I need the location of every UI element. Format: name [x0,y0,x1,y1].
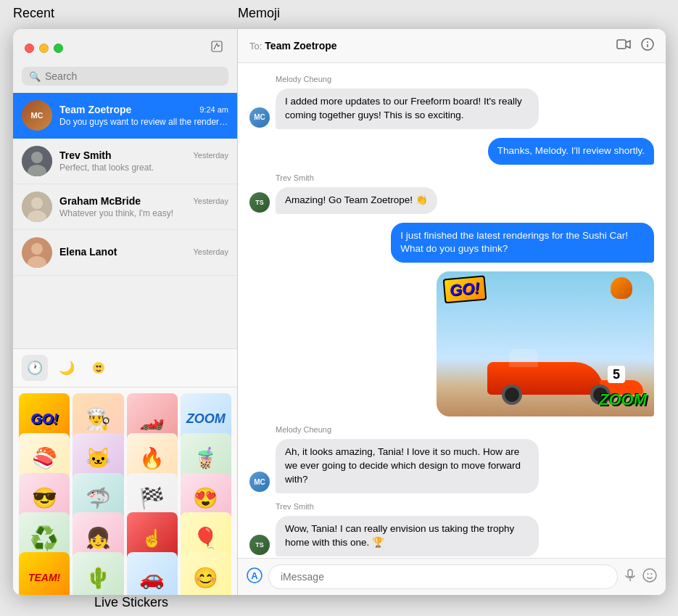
svg-point-13 [648,573,649,575]
conversation-item-elena[interactable]: Elena Lanot Yesterday [13,230,237,276]
avatar-trev-1: TS [249,192,270,213]
avatar-elena [22,237,52,268]
memoji-annotation: Memoji [238,6,280,21]
sticker-tab-moon[interactable]: 🌙 [54,355,80,381]
svg-point-2 [96,366,99,368]
conv-name-trev: Trev Smith [59,149,112,161]
sticker-tabs: 🕐 🌙 [13,349,237,387]
message-group-7: Trev Smith TS Wow, Tania! I can really e… [249,502,654,557]
recent-annotation: Recent [13,6,54,21]
svg-point-12 [643,569,656,582]
svg-rect-10 [628,570,632,577]
minimize-button[interactable] [39,44,49,53]
left-panel: 🔍 MC Team Zoetrope 9:24 am Do you guys w… [13,29,238,595]
message-row-2: Thanks, Melody. I'll review shortly. [249,138,654,165]
compose-button[interactable] [208,39,226,57]
message-row-6: MC Ah, it looks amazing, Tania! I love i… [249,439,654,493]
message-row-3: TS Amazing! Go Team Zoetrope! 👏 [249,187,654,214]
messages-area: Melody Cheung MC I added more updates to… [238,63,666,558]
sticker-tab-star[interactable] [86,355,112,381]
avatar-trev-2: TS [249,535,270,555]
avatar-team-zoetrope: MC [22,100,52,131]
chat-recipient-name: Team Zoetrope [265,40,336,52]
sticker-panel: 🕐 🌙 GO! 👨‍🍳 🏎️ ZOOM 🍣 🐱 [13,348,237,595]
message-row-1: MC I added more updates to our Freeform … [249,89,654,129]
message-row-image: GO! 5 [249,271,654,416]
svg-rect-4 [617,40,626,49]
sushi-car-image: GO! 5 [437,271,654,416]
sticker-cactus[interactable]: 🌵 [73,552,123,595]
zoom-sticker-overlay: ZOOM [599,390,647,409]
conversation-item-graham[interactable]: Graham McBride Yesterday Whatever you th… [13,184,237,230]
sender-name-trev-2: Trev Smith [276,502,654,511]
info-icon[interactable] [641,38,654,54]
conv-preview-team-zoetrope: Do you guys want to review all the rende… [59,117,228,127]
close-button[interactable] [25,44,34,53]
conv-time-trev: Yesterday [193,151,228,160]
driver-helmet [611,277,632,299]
avatar-melody-1: MC [249,107,270,128]
message-bubble-7: Wow, Tania! I can really envision us tak… [276,516,539,557]
conv-name-team-zoetrope: Team Zoetrope [59,104,131,115]
message-group-3: Trev Smith TS Amazing! Go Team Zoetrope!… [249,173,654,214]
sticker-bluecar[interactable]: 🚗 [127,552,178,595]
message-group-1: Melody Cheung MC I added more updates to… [249,75,654,129]
go-sticker-overlay: GO! [443,276,487,304]
sticker-grid: GO! 👨‍🍳 🏎️ ZOOM 🍣 🐱 🔥 🧋 😎 🦈 🏁 😍 ♻️ 👧 ☝️ … [13,387,237,595]
svg-point-1 [93,362,104,374]
conv-time-team-zoetrope: 9:24 am [199,105,228,114]
message-bubble-1: I added more updates to our Freeform boa… [276,89,539,129]
conv-preview-graham: Whatever you think, I'm easy! [59,208,228,218]
message-bubble-4: I just finished the latest renderings fo… [391,223,654,263]
sticker-face[interactable]: 😊 [181,552,231,595]
avatar-trev-smith [22,146,52,176]
live-stickers-annotation: Live Stickers [94,595,168,610]
sushi-car-image-bubble: GO! 5 [437,271,654,416]
search-bar: 🔍 [22,67,228,86]
conversation-item-team-zoetrope[interactable]: MC Team Zoetrope 9:24 am Do you guys wan… [13,93,237,139]
app-window: 🔍 MC Team Zoetrope 9:24 am Do you guys w… [13,29,666,595]
conversation-item-trev-smith[interactable]: Trev Smith Yesterday Perfect, that looks… [13,139,237,184]
apps-icon[interactable]: A [247,567,262,587]
chat-to-label: To: [249,41,262,52]
conv-time-graham: Yesterday [193,197,228,205]
audio-icon[interactable] [624,569,637,586]
chat-header: To: Team Zoetrope [238,29,666,63]
sender-name-melody-1: Melody Cheung [276,75,654,83]
message-row-4: I just finished the latest renderings fo… [249,223,654,263]
svg-point-14 [651,573,653,575]
sticker-team-zoom[interactable]: TEAM! [19,552,70,595]
chat-input-area: A [238,558,666,595]
message-input[interactable] [268,564,618,589]
svg-text:A: A [251,570,258,581]
message-bubble-2: Thanks, Melody. I'll review shortly. [488,138,654,165]
conv-preview-trev: Perfect, that looks great. [59,163,228,173]
car-body: 5 [487,362,603,395]
svg-point-6 [647,41,648,43]
sender-name-melody-2: Melody Cheung [276,425,654,434]
avatar-melody-2: MC [249,472,270,492]
message-bubble-6: Ah, it looks amazing, Tania! I love it s… [276,439,539,493]
sticker-tab-recent[interactable]: 🕐 [22,355,48,381]
message-group-6: Melody Cheung MC Ah, it looks amazing, T… [249,425,654,493]
sender-name-trev-1: Trev Smith [276,173,654,182]
avatar-graham [22,192,52,222]
conversation-list: MC Team Zoetrope 9:24 am Do you guys wan… [13,93,237,348]
conv-time-elena: Yesterday [193,247,228,256]
titlebar [13,29,237,64]
conv-name-elena: Elena Lanot [59,246,117,258]
search-input[interactable] [45,70,221,82]
conv-name-graham: Graham McBride [59,195,141,207]
emoji-icon[interactable] [642,568,657,586]
chat-panel: To: Team Zoetrope [238,29,666,595]
search-icon: 🔍 [29,71,41,82]
chat-header-actions [616,38,654,54]
video-call-icon[interactable] [616,39,631,52]
message-bubble-3: Amazing! Go Team Zoetrope! 👏 [276,187,437,214]
message-row-7: TS Wow, Tania! I can really envision us … [249,516,654,557]
maximize-button[interactable] [54,44,63,53]
svg-point-3 [99,366,102,368]
